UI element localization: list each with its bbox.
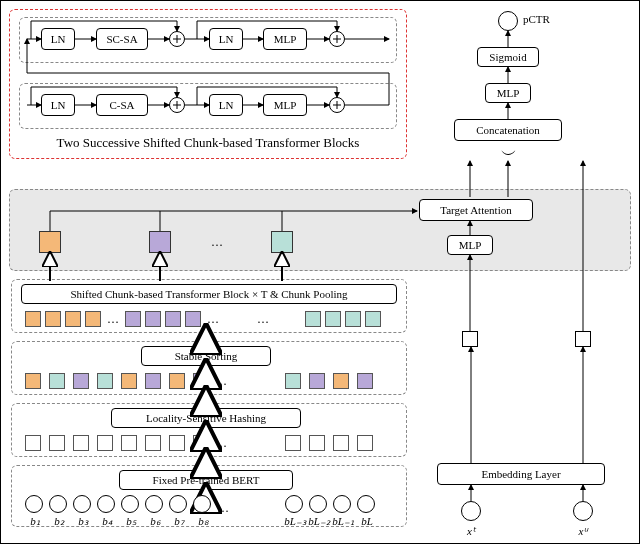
ln-box-b2: LN: [209, 94, 243, 116]
b-token: [25, 495, 43, 513]
token-sq: [73, 373, 89, 389]
b-token: [121, 495, 139, 513]
token-sq: [169, 435, 185, 451]
sigmoid-box: Sigmoid: [477, 47, 539, 67]
b-token: [309, 495, 327, 513]
token-sq: [365, 311, 381, 327]
token-sq: [145, 435, 161, 451]
token-sq: [285, 373, 301, 389]
pctr-label: pCTR: [523, 13, 550, 25]
token-sq: [165, 311, 181, 327]
embedding-box: Embedding Layer: [437, 463, 605, 485]
token-sq: [25, 435, 41, 451]
token-sq: [25, 373, 41, 389]
target-attention-panel: [9, 189, 631, 271]
add-node: [169, 31, 185, 47]
token-sq: [357, 435, 373, 451]
concat-box: Concatenation: [454, 119, 562, 141]
token-sq: [169, 373, 185, 389]
input-xt: [461, 501, 481, 521]
ellipsis: …: [211, 235, 223, 250]
embed-out-sq: [462, 331, 478, 347]
token-sq: [333, 373, 349, 389]
b-token: [357, 495, 375, 513]
mlp-box: MLP: [263, 28, 307, 50]
b-token: [145, 495, 163, 513]
b-token: [333, 495, 351, 513]
pooled-token: [271, 231, 293, 253]
ln-box: LN: [41, 28, 75, 50]
target-attention-box: Target Attention: [419, 199, 533, 221]
ellipsis: …: [215, 374, 227, 389]
token-sq: [49, 435, 65, 451]
xu-label: xᵘ: [569, 525, 597, 538]
b-token: [285, 495, 303, 513]
add-node-b2: [329, 97, 345, 113]
two-blocks-caption: Two Successive Shifted Chunk-based Trans…: [17, 135, 399, 151]
mlp-top-box: MLP: [485, 83, 531, 103]
b-label: b₈: [189, 515, 217, 528]
ellipsis: …: [207, 312, 219, 327]
ln-box-2: LN: [209, 28, 243, 50]
embed-out-sq: [575, 331, 591, 347]
token-sq: [285, 435, 301, 451]
token-sq: [97, 435, 113, 451]
input-xu: [573, 501, 593, 521]
ellipsis: …: [107, 312, 119, 327]
token-sq: [145, 373, 161, 389]
token-sq: [357, 373, 373, 389]
pctr-node: [498, 11, 518, 31]
token-sq: [121, 373, 137, 389]
sc-block-label: Shifted Chunk-based Transformer Block × …: [21, 284, 397, 304]
add-node-2: [329, 31, 345, 47]
token-sq: [309, 373, 325, 389]
token-sq: [185, 311, 201, 327]
token-sq: [193, 373, 209, 389]
token-sq: [193, 435, 209, 451]
pooled-token: [39, 231, 61, 253]
token-sq: [333, 435, 349, 451]
token-sq: [305, 311, 321, 327]
token-sq: [65, 311, 81, 327]
token-sq: [49, 373, 65, 389]
token-sq: [45, 311, 61, 327]
b-token: [193, 495, 211, 513]
b-token: [49, 495, 67, 513]
b-token: [97, 495, 115, 513]
token-sq: [25, 311, 41, 327]
b-token: [73, 495, 91, 513]
add-node-b: [169, 97, 185, 113]
token-sq: [325, 311, 341, 327]
ellipsis: …: [217, 501, 229, 516]
ln-box-b: LN: [41, 94, 75, 116]
ellipsis: …: [215, 436, 227, 451]
token-sq: [97, 373, 113, 389]
pooled-token: [149, 231, 171, 253]
xt-label: xᵗ: [457, 525, 485, 538]
brace-icon: ︶: [453, 145, 563, 166]
token-sq: [345, 311, 361, 327]
token-sq: [309, 435, 325, 451]
stable-sort-label: Stable Sorting: [141, 346, 271, 366]
token-sq: [121, 435, 137, 451]
bert-label: Fixed Pre-trained BERT: [119, 470, 293, 490]
mlp-side-box: MLP: [447, 235, 493, 255]
scsa-box: SC-SA: [96, 28, 148, 50]
token-sq: [125, 311, 141, 327]
token-sq: [145, 311, 161, 327]
mlp-box-b: MLP: [263, 94, 307, 116]
lsh-label: Locality-Sensitive Hashing: [111, 408, 301, 428]
b-token: [169, 495, 187, 513]
token-sq: [85, 311, 101, 327]
csa-box: C-SA: [96, 94, 148, 116]
token-sq: [73, 435, 89, 451]
ellipsis: …: [257, 312, 269, 327]
b-label: bL: [353, 515, 381, 527]
